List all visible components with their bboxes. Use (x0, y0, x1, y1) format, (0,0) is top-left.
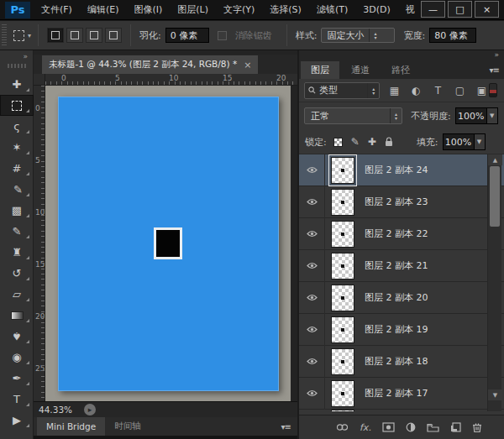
healing-brush-tool[interactable]: ▩ (0, 200, 34, 221)
filter-adjustment-layers-icon[interactable]: ◐ (408, 83, 423, 98)
status-popup-icon[interactable]: ▸ (84, 404, 96, 415)
layer-name[interactable]: 图层 2 副本 24 (365, 164, 428, 176)
tool-preset-button[interactable]: ▾ (13, 30, 31, 41)
panel-tab[interactable]: 路径 (381, 61, 420, 79)
close-button[interactable]: × (475, 1, 499, 18)
visibility-eye-icon[interactable] (299, 389, 324, 397)
scroll-up-icon[interactable]: ▲ (488, 154, 502, 165)
blend-mode-select[interactable]: 正常 ▴▾ (304, 107, 402, 124)
antialias-checkbox[interactable] (218, 31, 227, 40)
adjustment-layer-icon[interactable] (406, 422, 416, 432)
gradient-tool[interactable] (0, 305, 34, 326)
maximize-button[interactable]: □ (448, 1, 472, 18)
layer-thumbnail[interactable] (331, 380, 354, 407)
opacity-dropdown-icon[interactable]: ▼ (487, 107, 498, 124)
filter-toggle-switch[interactable] (489, 83, 497, 97)
spinner-icon[interactable]: ▴▾ (367, 83, 379, 98)
clone-stamp-tool[interactable]: ♜ (0, 242, 34, 263)
visibility-eye-icon[interactable] (299, 326, 324, 333)
eyedropper-tool[interactable]: ✐ (0, 179, 34, 200)
layer-style-icon[interactable]: fx. (360, 422, 371, 433)
delete-layer-icon[interactable] (472, 422, 482, 433)
menu-item[interactable]: 3D(D) (355, 0, 398, 19)
menu-item[interactable]: 选择(S) (262, 0, 309, 19)
menu-item[interactable]: 文字(Y) (216, 0, 262, 19)
visibility-eye-icon[interactable] (299, 294, 324, 301)
dodge-tool[interactable]: ◉ (0, 347, 34, 368)
rectangular-marquee-tool[interactable] (0, 95, 34, 116)
minimize-button[interactable]: — (421, 1, 445, 18)
layer-name[interactable]: 图层 2 副本 21 (365, 259, 428, 272)
new-selection-button[interactable] (47, 28, 64, 43)
menu-item[interactable]: 图像(I) (126, 0, 170, 19)
layer-thumbnail[interactable] (331, 285, 354, 311)
layer-row[interactable]: 图层 2 副本 24 (299, 154, 504, 186)
lock-all-icon[interactable] (385, 137, 393, 147)
brush-tool[interactable]: ✎ (0, 221, 34, 242)
filter-type-layers-icon[interactable]: T (430, 83, 445, 98)
visibility-eye-icon[interactable] (299, 230, 324, 238)
subtract-from-selection-button[interactable] (86, 28, 102, 43)
collapse-panel-icon[interactable]: » (494, 50, 499, 59)
history-brush-tool[interactable]: ↺ (0, 263, 34, 284)
zoom-level[interactable]: 44.33% (39, 405, 72, 415)
filter-pixel-layers-icon[interactable]: ▦ (386, 83, 402, 98)
new-layer-icon[interactable] (450, 422, 461, 432)
document-tab[interactable]: 未标题-1 @ 44.3% (图层 2 副本 24, RGB/8) * × (42, 55, 258, 74)
menu-item[interactable]: 编辑(E) (80, 0, 127, 19)
layer-row[interactable]: 图层 2 副本 19 (299, 314, 504, 346)
fill-dropdown-icon[interactable]: ▼ (475, 133, 486, 150)
visibility-eye-icon[interactable] (299, 198, 324, 206)
layer-mask-icon[interactable] (382, 422, 395, 432)
layer-row[interactable]: 图层 2 副本 18 (299, 346, 504, 378)
spinner-icon[interactable]: ▴▾ (369, 29, 381, 42)
layer-name[interactable]: 图层 2 副本 18 (365, 355, 428, 368)
filter-kind-select[interactable]: 类型 ▴▾ (304, 82, 380, 99)
visibility-eye-icon[interactable] (299, 358, 324, 365)
layer-row[interactable]: 图层 2 副本 22 (299, 218, 504, 250)
layers-scrollbar[interactable]: ▲ ▼ (487, 154, 501, 411)
intersect-selection-button[interactable] (105, 28, 122, 43)
lasso-tool[interactable]: ς (0, 116, 34, 137)
menu-item[interactable]: 视 (398, 0, 423, 19)
lock-position-icon[interactable]: ✚ (368, 136, 376, 148)
layer-row[interactable]: 图层 2 副本 20 (299, 282, 504, 314)
bottom-panel-tab[interactable]: 时间轴 (105, 417, 150, 436)
scroll-down-icon[interactable]: ▼ (488, 389, 502, 400)
lock-transparency-icon[interactable] (333, 138, 343, 147)
menu-item[interactable]: 滤镜(T) (309, 0, 355, 19)
layer-name[interactable]: 图层 2 副本 23 (365, 196, 428, 208)
layer-name[interactable]: 图层 2 副本 22 (365, 227, 428, 240)
filter-shape-layers-icon[interactable]: ▢ (452, 83, 467, 98)
fill-input[interactable]: 100% (443, 133, 475, 150)
filter-smart-objects-icon[interactable]: ▣ (474, 83, 489, 98)
layer-row[interactable]: 图层 2 副本 23 (299, 186, 504, 218)
add-to-selection-button[interactable] (66, 28, 83, 43)
layer-row[interactable]: 图层 2 副本 17 (299, 378, 504, 410)
feather-input[interactable]: 0 像素 (165, 28, 209, 43)
lock-pixels-icon[interactable]: ✎ (351, 136, 360, 148)
layer-thumbnail[interactable] (331, 316, 354, 343)
eraser-tool[interactable]: ▱ (0, 284, 34, 305)
visibility-eye-icon[interactable] (299, 166, 324, 174)
type-tool[interactable]: T (0, 389, 34, 410)
panel-tab[interactable]: 通道 (341, 61, 380, 79)
canvas[interactable] (58, 97, 279, 391)
layer-thumbnail[interactable] (331, 189, 354, 216)
blur-tool[interactable]: ♠ (0, 326, 34, 347)
layers-panel-menu-icon[interactable]: ▾≡ (490, 65, 499, 75)
close-tab-icon[interactable]: × (244, 60, 251, 71)
layer-thumbnail[interactable] (331, 157, 354, 184)
style-select[interactable]: 固定大小 ▴▾ (321, 28, 395, 43)
opacity-input[interactable]: 100% (455, 107, 487, 124)
pen-tool[interactable]: ✒ (0, 368, 34, 389)
width-input[interactable]: 80 像素 (429, 28, 476, 43)
magic-wand-tool[interactable]: ✶ (0, 137, 34, 158)
bottom-panel-tab[interactable]: Mini Bridge (37, 417, 105, 436)
spinner-icon[interactable]: ▴▾ (390, 108, 402, 123)
crop-tool[interactable]: # (0, 158, 34, 179)
link-layers-icon[interactable] (336, 423, 349, 431)
panel-menu-icon[interactable]: ▾≡ (281, 422, 291, 431)
menu-item[interactable]: 文件(F) (34, 0, 80, 19)
menu-item[interactable]: 图层(L) (170, 0, 216, 19)
